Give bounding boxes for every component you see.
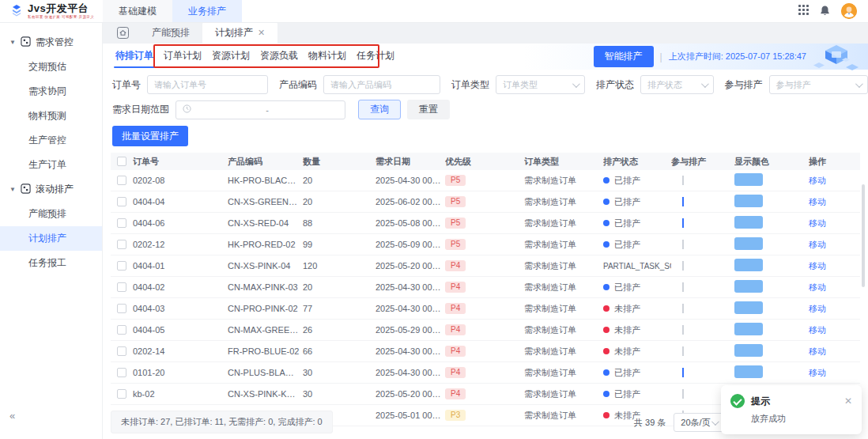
display-color-swatch[interactable] [734,301,763,314]
row-checkbox[interactable] [117,240,126,249]
module-tab[interactable]: 待排订单 [114,44,155,70]
sidebar-group[interactable]: ▼需求管控 [0,30,102,55]
chevron-down-icon [700,80,708,88]
move-action-link[interactable]: 移动 [809,239,860,251]
date-range-input[interactable]: - [175,100,345,119]
table-scrollbar[interactable] [862,184,865,287]
status-text: 已排产 [614,218,640,229]
toast-close-icon[interactable]: ✕ [844,395,852,407]
module-tab[interactable]: 资源负载 [259,44,300,70]
cell-order-no: 0404-04 [133,197,228,206]
display-color-swatch[interactable] [734,216,763,229]
sidebar-item-生产管控[interactable]: 生产管控 [0,128,102,153]
display-color-swatch[interactable] [734,365,763,378]
bell-icon[interactable] [820,5,830,18]
workspace-tab[interactable]: 产能预排 [139,22,202,44]
sidebar-item-计划排产[interactable]: 计划排产 [0,226,102,251]
sidebar-item-需求协同[interactable]: 需求协同 [0,79,102,104]
participate-checkbox[interactable] [682,368,684,377]
row-checkbox[interactable] [117,282,126,292]
cell-status: 未排产 [603,346,671,358]
sidebar-collapse-button[interactable]: « [9,410,15,422]
workspace-tab[interactable]: 计划排产✕ [202,22,277,44]
move-action-link[interactable]: 移动 [809,303,860,315]
row-checkbox[interactable] [117,261,126,271]
participate-checkbox[interactable] [682,176,684,185]
schedule-status-select[interactable]: 排产状态 [640,75,713,94]
row-checkbox[interactable] [117,197,126,206]
order-no-input[interactable] [147,75,268,94]
participate-checkbox[interactable] [682,261,684,271]
top-nav-tab[interactable]: 基础建模 [103,0,172,22]
reset-button[interactable]: 重置 [407,100,450,119]
participate-checkbox[interactable] [682,218,684,228]
move-action-link[interactable]: 移动 [809,367,860,379]
sidebar-item-物料预测[interactable]: 物料预测 [0,104,102,128]
user-avatar[interactable] [841,3,857,19]
page-size-select[interactable]: 20条/页 [674,413,724,432]
cell-display-color [734,195,809,209]
participate-checkbox[interactable] [682,282,684,292]
participate-checkbox[interactable] [682,240,684,249]
tab-close-icon[interactable]: ✕ [258,28,265,38]
participate-checkbox[interactable] [682,389,684,399]
row-checkbox[interactable] [117,368,126,377]
top-nav-tab[interactable]: 业务排产 [172,0,242,22]
sidebar-item-产能预排[interactable]: 产能预排 [0,202,102,226]
display-color-swatch[interactable] [734,195,763,207]
table-row: 0101-20CN-PLUS-BLACK-01302025-04-30 00:0… [111,362,860,384]
table-row: 0202-08HK-PRO-BLACK-02202025-04-30 00:00… [111,170,860,191]
batch-schedule-button[interactable]: 批量设置排产 [112,126,188,146]
display-color-swatch[interactable] [734,259,763,271]
cell-order-no: 0404-01 [133,261,228,271]
cell-qty: 20 [303,197,376,206]
search-button[interactable]: 查询 [358,100,401,119]
move-action-link[interactable]: 移动 [809,324,860,336]
row-checkbox[interactable] [117,304,126,313]
participate-checkbox[interactable] [682,325,684,335]
order-type-select[interactable]: 订单类型 [496,75,585,94]
display-color-swatch[interactable] [734,280,763,293]
home-icon[interactable] [112,26,133,40]
sidebar-item-交期预估[interactable]: 交期预估 [0,55,102,79]
move-action-link[interactable]: 移动 [809,196,860,208]
sidebar-group[interactable]: ▼滚动排产 [0,177,102,202]
move-action-link[interactable]: 移动 [809,218,860,229]
display-color-swatch[interactable] [734,237,763,250]
sidebar-item-生产订单[interactable]: 生产订单 [0,153,102,177]
cell-product-code: HK-PRO-RED-02 [228,240,303,249]
display-color-swatch[interactable] [734,344,763,357]
participate-value: 参与排产 [776,79,811,91]
cell-order-type: 需求制造订单 [524,388,603,400]
module-tab[interactable]: 物料计划 [307,44,348,70]
cell-status: PARTIAL_TASK_SCHEDUI [603,262,671,271]
display-color-swatch[interactable] [734,173,763,186]
module-tab[interactable]: 订单计划 [162,44,203,70]
row-checkbox[interactable] [117,389,126,399]
module-tab[interactable]: 资源计划 [210,44,251,70]
product-code-input[interactable] [323,75,440,94]
cell-order-no: 0404-02 [133,282,228,292]
participate-select[interactable]: 参与排产 [769,75,868,94]
move-action-link[interactable]: 移动 [809,175,860,187]
row-checkbox[interactable] [117,325,126,335]
move-action-link[interactable]: 移动 [809,260,860,272]
smart-schedule-button[interactable]: 智能排产 [594,46,654,67]
row-checkbox[interactable] [117,176,126,185]
participate-checkbox[interactable] [682,197,684,206]
row-checkbox[interactable] [117,346,126,356]
participate-checkbox[interactable] [682,346,684,356]
display-color-swatch[interactable] [734,323,763,335]
move-action-link[interactable]: 移动 [809,346,860,358]
app-tagline: 私有部署·快速扩展·可视配置·开源定义 [28,15,94,19]
select-all-checkbox[interactable] [117,157,126,166]
row-checkbox[interactable] [117,218,126,228]
table-row: 0404-04CN-XS-GREEN-04202025-06-02 00:00:… [111,191,860,213]
sidebar-item-任务报工[interactable]: 任务报工 [0,251,102,275]
module-tab[interactable]: 任务计划 [355,44,396,70]
apps-grid-icon[interactable] [798,5,809,17]
schedule-status-label: 排产状态 [596,78,634,92]
move-action-link[interactable]: 移动 [809,282,860,293]
participate-checkbox[interactable] [682,304,684,313]
cell-date: 2025-05-01 00:00:00 [376,411,445,420]
